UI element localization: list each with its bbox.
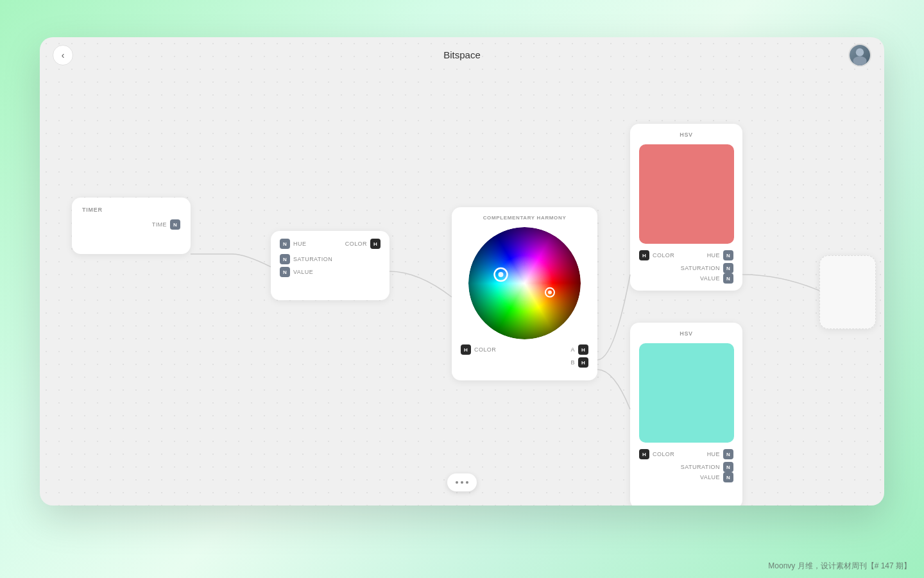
hsv-bottom-val-label: VALUE bbox=[700, 474, 720, 480]
hsv-top-sat-badge: N bbox=[723, 263, 733, 273]
watermark: Moonvy 月维，设计素材周刊【# 147 期】 bbox=[768, 561, 911, 572]
timer-time-badge: N bbox=[170, 219, 180, 230]
to-hsv-sat-badge: N bbox=[280, 254, 290, 264]
back-icon: ‹ bbox=[62, 50, 65, 60]
to-hsv-color-badge: H bbox=[370, 239, 381, 249]
timer-node-label: TIMER bbox=[82, 207, 180, 213]
to-hsv-title-group: N HUE bbox=[280, 239, 306, 249]
hsv-bottom-hue-badge: N bbox=[723, 449, 733, 459]
hsv-top-h-badge: H bbox=[639, 250, 649, 260]
hsv-bottom-sat-badge: N bbox=[723, 462, 733, 472]
harmony-a-badge: H bbox=[578, 344, 588, 355]
harmony-b-badge: H bbox=[578, 357, 588, 368]
hsv-top-label: HSV bbox=[639, 132, 733, 138]
hsv-top-val-label: VALUE bbox=[700, 275, 720, 282]
timer-node: TIMER TIME N bbox=[72, 198, 191, 254]
harmony-footer: H COLOR A H bbox=[461, 344, 588, 355]
hsv-top-hue-badge: N bbox=[723, 250, 733, 260]
color-wheel bbox=[468, 227, 581, 339]
toolbar-dot-1 bbox=[456, 481, 458, 484]
hsv-bottom-val-badge: N bbox=[723, 472, 733, 482]
hsv-top-val-badge: N bbox=[723, 273, 733, 284]
timer-time-port: TIME N bbox=[82, 219, 180, 230]
hsv-bottom-sat-row: SATURATION N bbox=[639, 462, 733, 472]
hsv-top-footer: H COLOR HUE N bbox=[639, 250, 733, 260]
to-hsv-value-row: N VALUE bbox=[280, 267, 381, 277]
main-window: ‹ Bitspace TIMER TIME N bbox=[40, 37, 884, 506]
hsv-top-val-row: VALUE N bbox=[639, 273, 733, 284]
to-hsv-saturation-row: N SATURATION bbox=[280, 254, 381, 264]
hsv-bottom-label: HSV bbox=[639, 330, 733, 337]
hsv-top-hue-label: HUE bbox=[707, 252, 720, 259]
harmony-label: COMPLEMENTARY HARMONY bbox=[461, 215, 588, 221]
to-hsv-color-label: COLOR bbox=[345, 241, 367, 247]
hsv-bottom-footer: H COLOR HUE N bbox=[639, 449, 733, 459]
to-hsv-node: N HUE COLOR H N SATURATION N VALUE bbox=[271, 231, 389, 300]
avatar-image bbox=[850, 45, 870, 65]
to-hsv-header: N HUE COLOR H bbox=[280, 239, 381, 249]
to-hsv-val-label: VALUE bbox=[293, 269, 313, 275]
hsv-bottom-hue-label: HUE bbox=[707, 451, 720, 457]
toolbar-dot-3 bbox=[466, 481, 468, 484]
harmony-b-row: B H bbox=[461, 357, 588, 368]
hsv-bottom-swatch bbox=[639, 343, 734, 443]
hsv-top-color-label: COLOR bbox=[653, 252, 674, 259]
hsv-top-sat-label: SATURATION bbox=[681, 265, 720, 271]
hsv-bottom-sat-label: SATURATION bbox=[681, 464, 720, 470]
harmony-h-badge: H bbox=[461, 344, 471, 355]
app-title: Bitspace bbox=[443, 49, 481, 60]
back-button[interactable]: ‹ bbox=[53, 45, 73, 65]
timer-time-label: TIME bbox=[152, 221, 167, 228]
hsv-top-swatch bbox=[639, 144, 734, 244]
header: ‹ Bitspace bbox=[40, 37, 884, 72]
hsv-top-sat-row: SATURATION N bbox=[639, 263, 733, 273]
empty-node bbox=[819, 255, 876, 329]
svg-point-0 bbox=[856, 48, 864, 56]
hsv-bottom-val-row: VALUE N bbox=[639, 472, 733, 482]
to-hsv-sat-label: SATURATION bbox=[293, 256, 332, 262]
harmony-node: COMPLEMENTARY HARMONY H COLOR A H B H bbox=[452, 207, 597, 380]
svg-point-1 bbox=[853, 56, 866, 65]
toolbar-dot-2 bbox=[461, 481, 463, 484]
hsv-bottom-h-badge: H bbox=[639, 449, 649, 459]
harmony-b-label: B bbox=[571, 359, 575, 366]
hsv-bottom-color-label: COLOR bbox=[653, 451, 674, 457]
avatar[interactable] bbox=[848, 44, 871, 67]
to-hsv-val-badge: N bbox=[280, 267, 290, 277]
to-hsv-hue-badge-left: N bbox=[280, 239, 290, 249]
hsv-top-node: HSV H COLOR HUE N SATURATION N VALUE N bbox=[630, 124, 742, 291]
harmony-a-label: A bbox=[571, 346, 575, 353]
hsv-bottom-node: HSV H COLOR HUE N SATURATION N VALUE N bbox=[630, 323, 742, 506]
to-hsv-hue-label: HUE bbox=[293, 241, 306, 247]
bottom-toolbar[interactable] bbox=[447, 473, 477, 491]
harmony-color-label: COLOR bbox=[474, 346, 496, 353]
